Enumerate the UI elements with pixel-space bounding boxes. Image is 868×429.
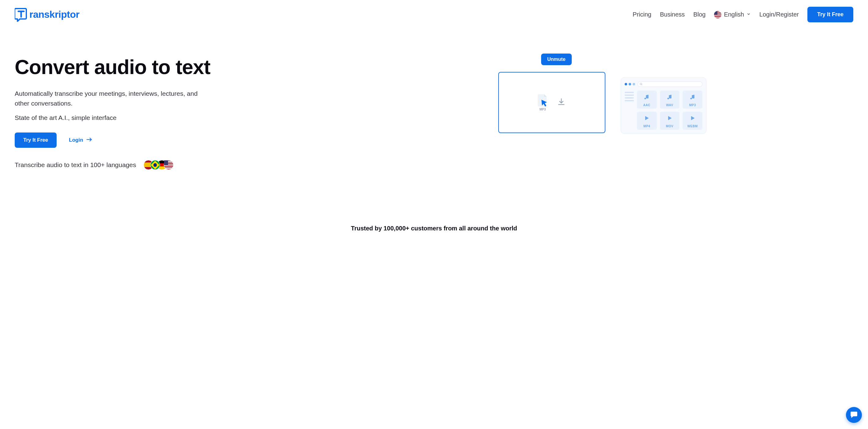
mp3-file-icon: MP3 [538, 94, 548, 111]
browser-body: AAC WAV MP3 [625, 91, 703, 130]
language-label: English [724, 11, 744, 18]
hero-try-free-button[interactable]: Try It Free [15, 132, 57, 148]
chat-icon [850, 410, 858, 420]
hero-section: Convert audio to text Automatically tran… [0, 29, 868, 170]
window-dot [625, 83, 627, 85]
header: ranskriptor Pricing Business Blog Englis… [0, 0, 868, 29]
chat-button[interactable] [846, 407, 862, 423]
browser-header [625, 82, 703, 87]
svg-point-1 [640, 83, 642, 85]
format-label: MOV [666, 125, 673, 128]
language-selector[interactable]: English [714, 11, 751, 18]
flag-br-icon [150, 160, 160, 170]
download-icon [557, 97, 566, 108]
hero-illustration: Unmute MP3 [446, 48, 849, 164]
file-grid: AAC WAV MP3 [637, 91, 703, 130]
nav: Pricing Business Blog English Login/Regi… [633, 7, 853, 22]
format-label: AAC [643, 103, 650, 107]
browser-searchbar [638, 82, 703, 87]
file-tile: AAC [637, 91, 657, 109]
window-dot [629, 83, 631, 85]
unmute-button[interactable]: Unmute [541, 54, 572, 65]
flag-us-icon [164, 160, 174, 170]
window-controls [625, 83, 635, 85]
hero-actions: Try It Free Login [15, 132, 434, 148]
browser-sidebar [625, 91, 634, 130]
logo-text: ranskriptor [29, 9, 79, 20]
file-tile: WAV [660, 91, 680, 109]
hero-login-link[interactable]: Login [69, 137, 92, 143]
languages-info: Transcribe audio to text in 100+ languag… [15, 160, 434, 170]
play-icon [644, 115, 650, 123]
upload-dropzone: MP3 [498, 72, 606, 133]
file-tile: MOV [660, 112, 680, 130]
hero-tagline: State of the art A.I., simple interface [15, 114, 434, 121]
music-note-icon [689, 94, 696, 101]
chevron-down-icon [746, 12, 751, 18]
file-browser-window: AAC WAV MP3 [621, 78, 706, 134]
music-note-icon [644, 94, 650, 101]
arrow-right-icon [86, 137, 92, 143]
format-label: MP3 [689, 103, 696, 107]
format-label: WAV [666, 103, 673, 107]
trusted-text: Trusted by 100,000+ customers from all a… [0, 170, 868, 232]
svg-line-2 [642, 85, 642, 85]
play-icon [689, 115, 696, 123]
flag-stack [144, 160, 174, 170]
hero-subtitle: Automatically transcribe your meetings, … [15, 89, 211, 108]
format-label: WEBM [687, 125, 698, 128]
login-label: Login [69, 137, 83, 143]
hero-left: Convert audio to text Automatically tran… [15, 48, 434, 170]
header-try-free-button[interactable]: Try It Free [807, 7, 853, 22]
file-tile: MP3 [683, 91, 703, 109]
flag-us-icon [714, 11, 721, 18]
nav-pricing[interactable]: Pricing [633, 11, 651, 18]
languages-text: Transcribe audio to text in 100+ languag… [15, 161, 136, 168]
nav-blog[interactable]: Blog [693, 11, 706, 18]
logo[interactable]: ranskriptor [15, 8, 79, 22]
logo-icon [15, 8, 28, 22]
play-icon [666, 115, 673, 123]
format-label: MP4 [643, 125, 650, 128]
window-dot [633, 83, 635, 85]
hero-title: Convert audio to text [15, 57, 434, 78]
cursor-icon [541, 99, 548, 108]
music-note-icon [666, 94, 673, 101]
nav-business[interactable]: Business [660, 11, 685, 18]
nav-login-register[interactable]: Login/Register [760, 11, 799, 18]
file-tile: MP4 [637, 112, 657, 130]
file-tile: WEBM [683, 112, 703, 130]
